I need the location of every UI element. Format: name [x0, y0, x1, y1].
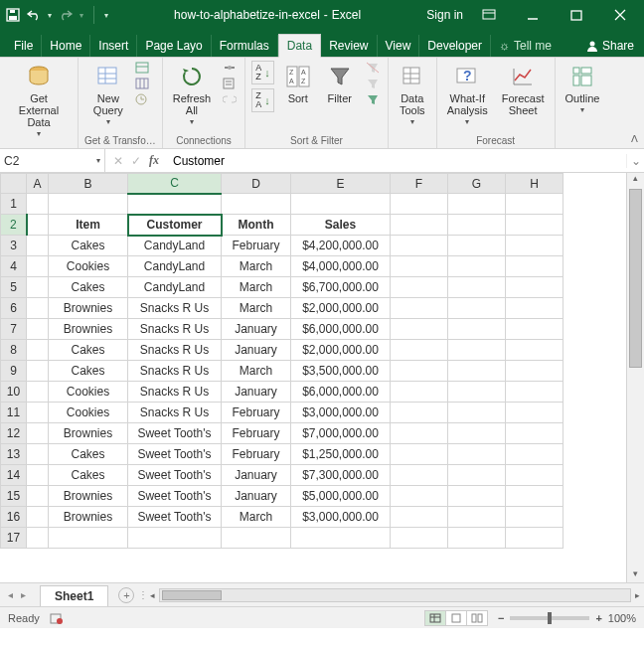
- cell-D16[interactable]: March: [222, 507, 291, 528]
- cell-C5[interactable]: CandyLand: [128, 277, 222, 298]
- cell-H5[interactable]: [506, 277, 564, 298]
- filter-button[interactable]: Filter: [322, 61, 358, 106]
- cell-C11[interactable]: Snacks R Us: [128, 403, 222, 423]
- cell-H7[interactable]: [506, 319, 564, 340]
- column-header-B[interactable]: B: [49, 174, 128, 194]
- cell-F4[interactable]: [391, 256, 448, 277]
- cell-G9[interactable]: [448, 361, 506, 382]
- column-header-D[interactable]: D: [222, 174, 291, 194]
- cell-E5[interactable]: $6,700,000.00: [291, 277, 391, 298]
- cell-E17[interactable]: [291, 528, 391, 549]
- formula-input[interactable]: [167, 154, 626, 168]
- cell-C14[interactable]: Sweet Tooth's: [128, 465, 222, 486]
- cell-E15[interactable]: $5,000,000.00: [291, 486, 391, 507]
- cell-D17[interactable]: [222, 528, 291, 549]
- cell-H11[interactable]: [506, 403, 564, 423]
- cell-D9[interactable]: March: [222, 361, 291, 382]
- cell-D5[interactable]: March: [222, 277, 291, 298]
- cell-G15[interactable]: [448, 486, 506, 507]
- cell-G16[interactable]: [448, 507, 506, 528]
- row-header-14[interactable]: 14: [1, 465, 27, 486]
- from-table-button[interactable]: [133, 77, 151, 90]
- what-if-button[interactable]: ? What-If Analysis ▾: [443, 61, 492, 129]
- refresh-all-button[interactable]: Refresh All ▾: [169, 61, 216, 129]
- cell-H17[interactable]: [506, 528, 564, 549]
- cell-A9[interactable]: [27, 361, 49, 382]
- cell-H6[interactable]: [506, 298, 564, 319]
- cell-D10[interactable]: January: [222, 382, 291, 403]
- row-header-8[interactable]: 8: [1, 340, 27, 361]
- cell-A5[interactable]: [27, 277, 49, 298]
- close-icon[interactable]: [602, 3, 638, 27]
- cell-G13[interactable]: [448, 444, 506, 465]
- minimize-icon[interactable]: [515, 3, 551, 27]
- cell-A10[interactable]: [27, 382, 49, 403]
- cell-C10[interactable]: Snacks R Us: [128, 382, 222, 403]
- cell-B12[interactable]: Brownies: [49, 423, 128, 444]
- cell-H4[interactable]: [506, 256, 564, 277]
- scroll-left-icon[interactable]: ◂: [150, 590, 155, 600]
- cell-A1[interactable]: [27, 194, 49, 215]
- horizontal-scrollbar[interactable]: [159, 588, 631, 602]
- page-break-view-button[interactable]: [466, 610, 488, 626]
- cell-C16[interactable]: Sweet Tooth's: [128, 507, 222, 528]
- cell-C2[interactable]: Customer: [128, 215, 222, 236]
- tab-view[interactable]: View: [378, 35, 420, 57]
- row-header-15[interactable]: 15: [1, 486, 27, 507]
- cell-H16[interactable]: [506, 507, 564, 528]
- cell-B2[interactable]: Item: [49, 215, 128, 236]
- cell-C1[interactable]: [128, 194, 222, 215]
- vertical-scrollbar[interactable]: ▴ ▾: [626, 173, 644, 582]
- cell-G4[interactable]: [448, 256, 506, 277]
- cell-G7[interactable]: [448, 319, 506, 340]
- tab-file[interactable]: File: [6, 35, 42, 57]
- enter-formula-icon[interactable]: ✓: [131, 154, 141, 168]
- sort-za-button[interactable]: ZA↓: [251, 88, 274, 112]
- row-header-7[interactable]: 7: [1, 319, 27, 340]
- scroll-down-icon[interactable]: ▾: [627, 568, 644, 582]
- cell-G11[interactable]: [448, 403, 506, 423]
- chevron-down-icon[interactable]: ▾: [96, 156, 100, 165]
- cell-B8[interactable]: Cakes: [49, 340, 128, 361]
- cell-B13[interactable]: Cakes: [49, 444, 128, 465]
- new-sheet-button[interactable]: +: [118, 587, 134, 603]
- cell-A11[interactable]: [27, 403, 49, 423]
- cell-D4[interactable]: March: [222, 256, 291, 277]
- cell-D3[interactable]: February: [222, 236, 291, 256]
- cell-E11[interactable]: $3,000,000.00: [291, 403, 391, 423]
- forecast-sheet-button[interactable]: Forecast Sheet: [498, 61, 549, 118]
- column-header-H[interactable]: H: [506, 174, 564, 194]
- cell-H2[interactable]: [506, 215, 564, 236]
- sort-button[interactable]: ZAAZ Sort: [280, 61, 316, 106]
- cell-G2[interactable]: [448, 215, 506, 236]
- cell-F10[interactable]: [391, 382, 448, 403]
- cell-B16[interactable]: Brownies: [49, 507, 128, 528]
- normal-view-button[interactable]: [424, 610, 446, 626]
- cell-B10[interactable]: Cookies: [49, 382, 128, 403]
- column-header-A[interactable]: A: [27, 174, 49, 194]
- sheet-tab-active[interactable]: Sheet1: [40, 585, 108, 606]
- name-box[interactable]: C2 ▾: [0, 149, 105, 172]
- cell-C8[interactable]: Snacks R Us: [128, 340, 222, 361]
- row-header-16[interactable]: 16: [1, 507, 27, 528]
- cell-C12[interactable]: Sweet Tooth's: [128, 423, 222, 444]
- cell-G14[interactable]: [448, 465, 506, 486]
- cell-E8[interactable]: $2,000,000.00: [291, 340, 391, 361]
- column-header-E[interactable]: E: [291, 174, 391, 194]
- cell-F2[interactable]: [391, 215, 448, 236]
- tab-insert[interactable]: Insert: [90, 35, 137, 57]
- cell-D12[interactable]: February: [222, 423, 291, 444]
- clear-filter-button[interactable]: [364, 61, 382, 75]
- cell-A16[interactable]: [27, 507, 49, 528]
- cell-C6[interactable]: Snacks R Us: [128, 298, 222, 319]
- get-external-data-button[interactable]: Get External Data ▾: [6, 61, 72, 141]
- scrollbar-thumb[interactable]: [162, 590, 222, 600]
- cell-F11[interactable]: [391, 403, 448, 423]
- outline-button[interactable]: Outline ▾: [562, 61, 604, 117]
- row-header-12[interactable]: 12: [1, 423, 27, 444]
- cell-F16[interactable]: [391, 507, 448, 528]
- cell-H10[interactable]: [506, 382, 564, 403]
- ribbon-display-options-icon[interactable]: [471, 3, 507, 27]
- cell-E4[interactable]: $4,000,000.00: [291, 256, 391, 277]
- cell-C13[interactable]: Sweet Tooth's: [128, 444, 222, 465]
